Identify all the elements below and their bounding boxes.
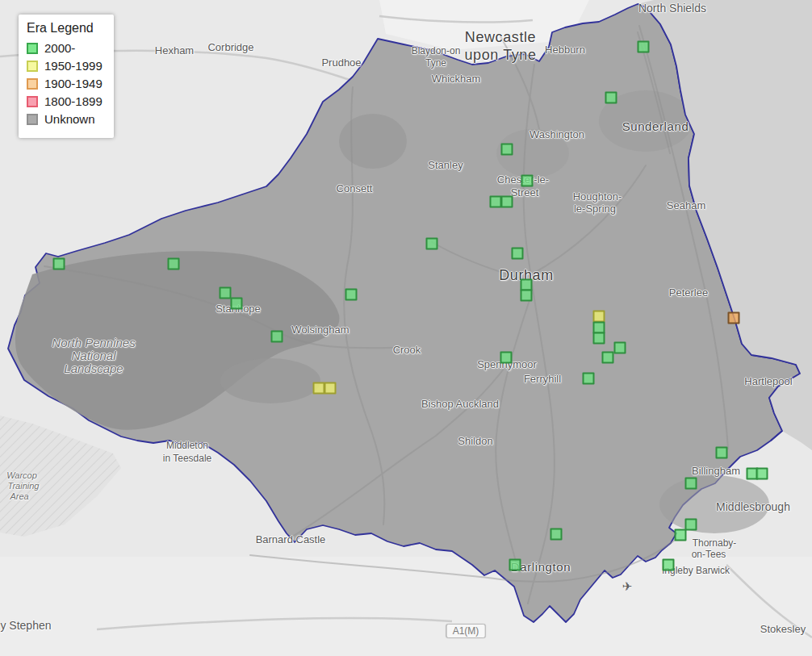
era-marker[interactable] [675, 529, 687, 541]
era-marker[interactable] [685, 478, 697, 490]
legend-swatch-1800 [27, 96, 38, 107]
era-marker[interactable] [231, 298, 243, 310]
legend-item-1900: 1900-1949 [27, 77, 103, 90]
era-marker[interactable] [500, 352, 513, 364]
era-marker[interactable] [583, 373, 595, 385]
era-marker[interactable] [490, 196, 502, 208]
legend-label: Unknown [44, 112, 95, 126]
era-marker[interactable] [602, 352, 614, 364]
legend-swatch-1950 [27, 61, 38, 72]
era-marker[interactable] [638, 41, 650, 53]
era-marker[interactable] [271, 331, 283, 343]
era-marker[interactable] [663, 559, 675, 571]
legend-label: 1900-1949 [44, 77, 103, 90]
legend-label: 1950-1999 [44, 59, 103, 73]
era-marker[interactable] [501, 144, 513, 156]
era-marker[interactable] [512, 248, 524, 260]
legend-label: 2000- [44, 41, 75, 55]
legend-item-1800: 1800-1899 [27, 94, 103, 108]
era-marker[interactable] [53, 258, 65, 270]
era-marker[interactable] [716, 447, 728, 459]
era-marker[interactable] [313, 382, 325, 395]
era-marker[interactable] [685, 519, 697, 531]
era-marker[interactable] [521, 175, 534, 187]
legend-item-2000: 2000- [27, 41, 103, 55]
basemap [0, 0, 812, 656]
era-marker[interactable] [509, 559, 521, 571]
south-light-patch [0, 557, 812, 656]
era-marker[interactable] [593, 311, 605, 323]
era-marker[interactable] [501, 196, 513, 208]
era-marker[interactable] [593, 332, 605, 345]
legend-item-1950: 1950-1999 [27, 59, 103, 73]
legend-swatch-1900 [27, 78, 38, 90]
legend-swatch-unknown [27, 114, 38, 125]
map-canvas[interactable]: North ShieldsNewcastleupon TyneHebburnHe… [0, 0, 812, 656]
era-marker[interactable] [220, 287, 232, 299]
legend-item-unknown: Unknown [27, 112, 103, 126]
era-marker[interactable] [345, 289, 358, 301]
era-marker[interactable] [168, 258, 180, 270]
era-marker[interactable] [550, 529, 563, 541]
era-legend: Era Legend 2000- 1950-1999 1900-1949 180… [19, 15, 114, 138]
era-marker[interactable] [324, 382, 337, 395]
airport-icon: ✈ [622, 579, 633, 594]
legend-swatch-2000 [27, 43, 38, 54]
era-marker[interactable] [756, 468, 768, 480]
legend-label: 1800-1899 [44, 94, 103, 108]
road-badge-a1m: A1(M) [446, 624, 486, 638]
era-marker[interactable] [521, 290, 533, 302]
era-marker[interactable] [614, 342, 626, 354]
era-marker[interactable] [426, 238, 438, 250]
era-marker[interactable] [605, 92, 617, 104]
legend-title: Era Legend [27, 21, 103, 36]
era-marker[interactable] [728, 312, 740, 324]
